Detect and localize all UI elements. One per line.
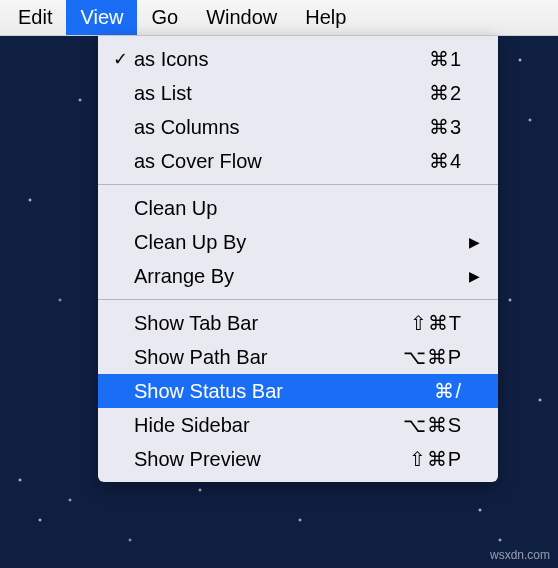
- menu-item-as-cover-flow[interactable]: as Cover Flow ⌘4: [98, 144, 498, 178]
- menu-item-label: as Columns: [132, 116, 392, 139]
- menu-item-label: Clean Up By: [132, 231, 392, 254]
- menu-item-shortcut: ⌘3: [392, 115, 462, 139]
- menu-item-label: Hide Sidebar: [132, 414, 392, 437]
- menu-item-show-path-bar[interactable]: Show Path Bar ⌥⌘P: [98, 340, 498, 374]
- view-menu-dropdown: ✓ as Icons ⌘1 as List ⌘2 as Columns ⌘3 a…: [98, 36, 498, 482]
- menu-item-label: Clean Up: [132, 197, 392, 220]
- menu-item-shortcut: ⌥⌘P: [392, 345, 462, 369]
- menu-item-label: Show Tab Bar: [132, 312, 392, 335]
- menu-item-label: as Icons: [132, 48, 392, 71]
- menu-item-label: Arrange By: [132, 265, 392, 288]
- watermark-text: wsxdn.com: [490, 548, 550, 562]
- menu-item-shortcut: ⇧⌘P: [392, 447, 462, 471]
- menu-item-as-list[interactable]: as List ⌘2: [98, 76, 498, 110]
- menu-item-as-columns[interactable]: as Columns ⌘3: [98, 110, 498, 144]
- menubar-item-view[interactable]: View: [66, 0, 137, 35]
- menubar-item-edit[interactable]: Edit: [4, 0, 66, 35]
- menu-item-show-status-bar[interactable]: Show Status Bar ⌘/: [98, 374, 498, 408]
- menu-item-arrange-by[interactable]: Arrange By ▶: [98, 259, 498, 293]
- menu-item-clean-up-by[interactable]: Clean Up By ▶: [98, 225, 498, 259]
- menu-item-label: as List: [132, 82, 392, 105]
- menu-item-hide-sidebar[interactable]: Hide Sidebar ⌥⌘S: [98, 408, 498, 442]
- menu-item-shortcut: ⌘2: [392, 81, 462, 105]
- menu-separator: [98, 299, 498, 300]
- menu-item-shortcut: ⌥⌘S: [392, 413, 462, 437]
- menubar-item-window[interactable]: Window: [192, 0, 291, 35]
- checkmark-icon: ✓: [108, 48, 132, 70]
- menubar-item-go[interactable]: Go: [137, 0, 192, 35]
- menu-item-show-preview[interactable]: Show Preview ⇧⌘P: [98, 442, 498, 476]
- menu-item-label: Show Path Bar: [132, 346, 392, 369]
- menu-item-label: Show Preview: [132, 448, 392, 471]
- menu-item-show-tab-bar[interactable]: Show Tab Bar ⇧⌘T: [98, 306, 498, 340]
- menu-item-label: Show Status Bar: [132, 380, 392, 403]
- menu-item-clean-up[interactable]: Clean Up: [98, 191, 498, 225]
- menu-item-as-icons[interactable]: ✓ as Icons ⌘1: [98, 42, 498, 76]
- menu-item-label: as Cover Flow: [132, 150, 392, 173]
- menu-separator: [98, 184, 498, 185]
- menubar: Edit View Go Window Help: [0, 0, 558, 36]
- menu-item-shortcut: ⌘1: [392, 47, 462, 71]
- chevron-right-icon: ▶: [462, 268, 480, 284]
- menubar-item-help[interactable]: Help: [291, 0, 360, 35]
- chevron-right-icon: ▶: [462, 234, 480, 250]
- menu-item-shortcut: ⌘4: [392, 149, 462, 173]
- menu-item-shortcut: ⌘/: [392, 379, 462, 403]
- menu-item-shortcut: ⇧⌘T: [392, 311, 462, 335]
